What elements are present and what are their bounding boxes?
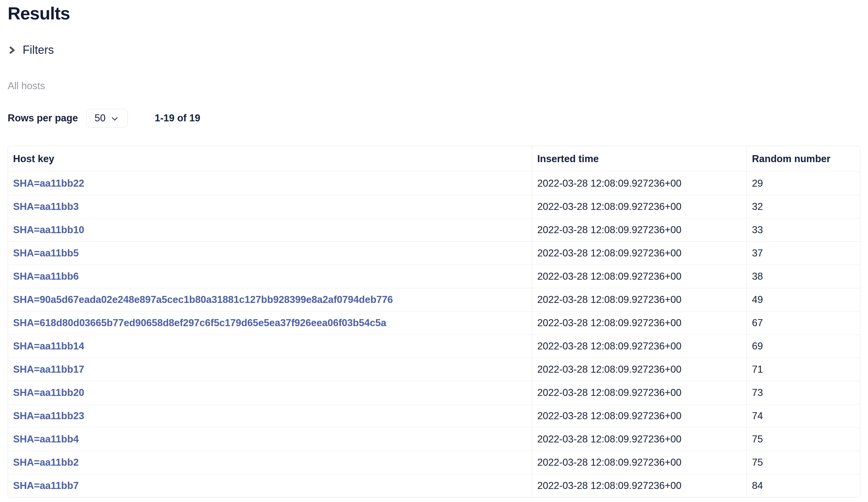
host-key-cell: SHA=90a5d67eada02e248e897a5cec1b80a31881… [8,288,532,311]
pagination-range: 1-19 of 19 [155,113,200,124]
host-scope-label: All hosts [8,80,860,92]
random-number-cell: 37 [747,241,860,265]
table-row: SHA=aa11bb22 2022-03-28 12:08:09.927236+… [8,172,860,195]
filters-label: Filters [23,43,54,57]
random-number-cell: 38 [747,265,860,288]
host-key-cell: SHA=aa11bb4 [8,428,532,451]
table-row: SHA=aa11bb10 2022-03-28 12:08:09.927236+… [8,218,860,241]
random-number-cell: 67 [747,311,860,334]
host-key-cell: SHA=aa11bb6 [8,265,532,288]
host-key-cell: SHA=aa11bb14 [8,334,532,358]
results-page: Results Filters All hosts Rows per page … [0,0,868,498]
host-key-link[interactable]: SHA=aa11bb6 [13,271,79,282]
random-number-cell: 74 [747,404,860,428]
table-row: SHA=aa11bb7 2022-03-28 12:08:09.927236+0… [8,474,860,497]
chevron-down-icon [110,114,119,123]
inserted-time-cell: 2022-03-28 12:08:09.927236+00 [532,218,747,241]
host-key-link[interactable]: SHA=aa11bb23 [13,410,84,421]
table-row: SHA=aa11bb2 2022-03-28 12:08:09.927236+0… [8,451,860,474]
host-key-cell: SHA=aa11bb3 [8,195,532,218]
inserted-time-cell: 2022-03-28 12:08:09.927236+00 [532,404,747,428]
inserted-time-cell: 2022-03-28 12:08:09.927236+00 [532,428,747,451]
table-row: SHA=aa11bb3 2022-03-28 12:08:09.927236+0… [8,195,860,218]
host-key-cell: SHA=aa11bb22 [8,172,532,195]
host-key-cell: SHA=aa11bb10 [8,218,532,241]
host-key-cell: SHA=aa11bb7 [8,474,532,497]
results-table: Host key Inserted time Random number SHA… [8,146,860,498]
random-number-cell: 84 [747,474,860,497]
host-key-link[interactable]: SHA=90a5d67eada02e248e897a5cec1b80a31881… [13,294,393,305]
host-key-cell: SHA=aa11bb5 [8,241,532,265]
table-row: SHA=aa11bb5 2022-03-28 12:08:09.927236+0… [8,241,860,265]
inserted-time-cell: 2022-03-28 12:08:09.927236+00 [532,474,747,497]
inserted-time-cell: 2022-03-28 12:08:09.927236+00 [532,334,747,358]
table-row: SHA=aa11bb17 2022-03-28 12:08:09.927236+… [8,358,860,381]
random-number-cell: 32 [747,195,860,218]
column-header-random-number: Random number [747,146,860,172]
inserted-time-cell: 2022-03-28 12:08:09.927236+00 [532,451,747,474]
host-key-link[interactable]: SHA=aa11bb14 [13,341,84,352]
random-number-cell: 75 [747,451,860,474]
page-title: Results [8,4,860,22]
chevron-right-icon [8,45,16,55]
host-key-cell: SHA=aa11bb20 [8,381,532,404]
host-key-link[interactable]: SHA=aa11bb7 [13,480,79,491]
host-key-link[interactable]: SHA=618d80d03665b77ed90658d8ef297c6f5c17… [13,317,386,328]
table-row: SHA=aa11bb6 2022-03-28 12:08:09.927236+0… [8,265,860,288]
inserted-time-cell: 2022-03-28 12:08:09.927236+00 [532,265,747,288]
table-row: SHA=aa11bb4 2022-03-28 12:08:09.927236+0… [8,428,860,451]
host-key-link[interactable]: SHA=aa11bb17 [13,364,84,375]
host-key-link[interactable]: SHA=aa11bb2 [13,457,79,468]
table-row: SHA=aa11bb20 2022-03-28 12:08:09.927236+… [8,381,860,404]
rows-per-page-label: Rows per page [8,113,78,124]
table-row: SHA=aa11bb14 2022-03-28 12:08:09.927236+… [8,334,860,358]
host-key-cell: SHA=aa11bb23 [8,404,532,428]
pagination-bar: Rows per page 50 1-19 of 19 [8,109,860,127]
inserted-time-cell: 2022-03-28 12:08:09.927236+00 [532,288,747,311]
random-number-cell: 73 [747,381,860,404]
host-key-link[interactable]: SHA=aa11bb3 [13,201,79,212]
inserted-time-cell: 2022-03-28 12:08:09.927236+00 [532,195,747,218]
random-number-cell: 75 [747,428,860,451]
inserted-time-cell: 2022-03-28 12:08:09.927236+00 [532,358,747,381]
inserted-time-cell: 2022-03-28 12:08:09.927236+00 [532,311,747,334]
table-row: SHA=618d80d03665b77ed90658d8ef297c6f5c17… [8,311,860,334]
host-key-link[interactable]: SHA=aa11bb10 [13,224,84,236]
inserted-time-cell: 2022-03-28 12:08:09.927236+00 [532,241,747,265]
rows-per-page-select[interactable]: 50 [86,109,128,127]
random-number-cell: 29 [747,172,860,195]
table-body: SHA=aa11bb22 2022-03-28 12:08:09.927236+… [8,172,860,497]
table-row: SHA=aa11bb23 2022-03-28 12:08:09.927236+… [8,404,860,428]
table-header-row: Host key Inserted time Random number [8,146,860,172]
rows-per-page-value: 50 [95,113,105,124]
inserted-time-cell: 2022-03-28 12:08:09.927236+00 [532,381,747,404]
inserted-time-cell: 2022-03-28 12:08:09.927236+00 [532,172,747,195]
column-header-host-key: Host key [8,146,532,172]
table-row: SHA=90a5d67eada02e248e897a5cec1b80a31881… [8,288,860,311]
host-key-cell: SHA=618d80d03665b77ed90658d8ef297c6f5c17… [8,311,532,334]
host-key-link[interactable]: SHA=aa11bb20 [13,387,84,398]
random-number-cell: 49 [747,288,860,311]
random-number-cell: 33 [747,218,860,241]
host-key-cell: SHA=aa11bb17 [8,358,532,381]
random-number-cell: 71 [747,358,860,381]
host-key-link[interactable]: SHA=aa11bb5 [13,248,79,259]
random-number-cell: 69 [747,334,860,358]
filters-toggle[interactable]: Filters [8,43,54,57]
host-key-link[interactable]: SHA=aa11bb4 [13,433,79,445]
host-key-cell: SHA=aa11bb2 [8,451,532,474]
host-key-link[interactable]: SHA=aa11bb22 [13,178,84,189]
column-header-inserted-time: Inserted time [532,146,747,172]
